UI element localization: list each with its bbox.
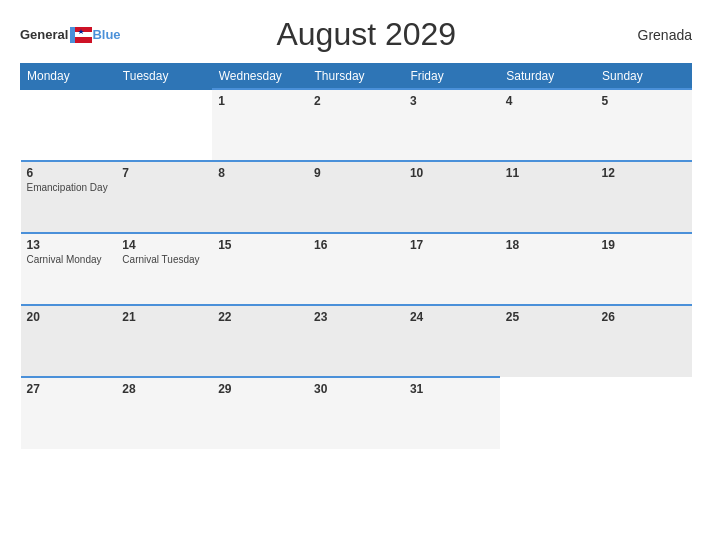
day-number: 1: [218, 94, 302, 108]
calendar-week-1: 12345: [21, 89, 692, 161]
logo-general-text: General: [20, 27, 68, 42]
day-number: 14: [122, 238, 206, 252]
calendar-cell: 4: [500, 89, 596, 161]
day-number: 27: [27, 382, 111, 396]
day-number: 8: [218, 166, 302, 180]
calendar-cell: 14Carnival Tuesday: [116, 233, 212, 305]
calendar-cell: 1: [212, 89, 308, 161]
calendar-body: 123456Emancipation Day78910111213Carniva…: [21, 89, 692, 449]
day-number: 16: [314, 238, 398, 252]
calendar-cell: 20: [21, 305, 117, 377]
day-number: 2: [314, 94, 398, 108]
calendar-cell: 29: [212, 377, 308, 449]
day-number: 23: [314, 310, 398, 324]
calendar-title: August 2029: [121, 16, 612, 53]
calendar-table: MondayTuesdayWednesdayThursdayFridaySatu…: [20, 63, 692, 449]
day-number: 25: [506, 310, 590, 324]
calendar-cell: 9: [308, 161, 404, 233]
calendar-cell: [116, 89, 212, 161]
day-number: 19: [602, 238, 686, 252]
day-number: 26: [602, 310, 686, 324]
calendar-cell: 18: [500, 233, 596, 305]
calendar-cell: 10: [404, 161, 500, 233]
calendar-cell: 27: [21, 377, 117, 449]
calendar-cell: 15: [212, 233, 308, 305]
logo-blue-text: Blue: [92, 27, 120, 42]
day-number: 17: [410, 238, 494, 252]
day-number: 11: [506, 166, 590, 180]
weekday-header-row: MondayTuesdayWednesdayThursdayFridaySatu…: [21, 64, 692, 90]
calendar-cell: 30: [308, 377, 404, 449]
logo-flag-icon: [70, 27, 92, 43]
day-number: 15: [218, 238, 302, 252]
event-label: Emancipation Day: [27, 182, 111, 193]
page: General Blue August 2029 Grenada MondayT…: [0, 0, 712, 550]
day-number: 3: [410, 94, 494, 108]
calendar-week-3: 13Carnival Monday14Carnival Tuesday15161…: [21, 233, 692, 305]
calendar-cell: 16: [308, 233, 404, 305]
weekday-monday: Monday: [21, 64, 117, 90]
weekday-thursday: Thursday: [308, 64, 404, 90]
calendar-week-2: 6Emancipation Day789101112: [21, 161, 692, 233]
weekday-sunday: Sunday: [596, 64, 692, 90]
event-label: Carnival Tuesday: [122, 254, 206, 265]
calendar-week-5: 2728293031: [21, 377, 692, 449]
calendar-cell: 11: [500, 161, 596, 233]
header: General Blue August 2029 Grenada: [20, 16, 692, 53]
calendar-cell: [500, 377, 596, 449]
day-number: 6: [27, 166, 111, 180]
calendar-cell: 25: [500, 305, 596, 377]
calendar-cell: 7: [116, 161, 212, 233]
day-number: 4: [506, 94, 590, 108]
day-number: 22: [218, 310, 302, 324]
svg-rect-5: [70, 27, 75, 43]
day-number: 12: [602, 166, 686, 180]
calendar-cell: 8: [212, 161, 308, 233]
day-number: 7: [122, 166, 206, 180]
logo: General Blue: [20, 27, 121, 43]
weekday-wednesday: Wednesday: [212, 64, 308, 90]
day-number: 24: [410, 310, 494, 324]
calendar-cell: 5: [596, 89, 692, 161]
calendar-cell: 23: [308, 305, 404, 377]
calendar-cell: 22: [212, 305, 308, 377]
calendar-cell: 17: [404, 233, 500, 305]
day-number: 30: [314, 382, 398, 396]
day-number: 28: [122, 382, 206, 396]
day-number: 10: [410, 166, 494, 180]
day-number: 9: [314, 166, 398, 180]
day-number: 21: [122, 310, 206, 324]
day-number: 20: [27, 310, 111, 324]
event-label: Carnival Monday: [27, 254, 111, 265]
calendar-week-4: 20212223242526: [21, 305, 692, 377]
calendar-cell: 21: [116, 305, 212, 377]
calendar-header: MondayTuesdayWednesdayThursdayFridaySatu…: [21, 64, 692, 90]
weekday-tuesday: Tuesday: [116, 64, 212, 90]
country-label: Grenada: [612, 27, 692, 43]
calendar-cell: 31: [404, 377, 500, 449]
weekday-friday: Friday: [404, 64, 500, 90]
calendar-cell: 26: [596, 305, 692, 377]
calendar-cell: 13Carnival Monday: [21, 233, 117, 305]
calendar-cell: 19: [596, 233, 692, 305]
calendar-cell: 6Emancipation Day: [21, 161, 117, 233]
calendar-cell: [596, 377, 692, 449]
weekday-saturday: Saturday: [500, 64, 596, 90]
calendar-cell: [21, 89, 117, 161]
calendar-cell: 2: [308, 89, 404, 161]
calendar-cell: 28: [116, 377, 212, 449]
calendar-cell: 24: [404, 305, 500, 377]
calendar-cell: 3: [404, 89, 500, 161]
day-number: 29: [218, 382, 302, 396]
calendar-cell: 12: [596, 161, 692, 233]
day-number: 18: [506, 238, 590, 252]
day-number: 13: [27, 238, 111, 252]
day-number: 31: [410, 382, 494, 396]
day-number: 5: [602, 94, 686, 108]
